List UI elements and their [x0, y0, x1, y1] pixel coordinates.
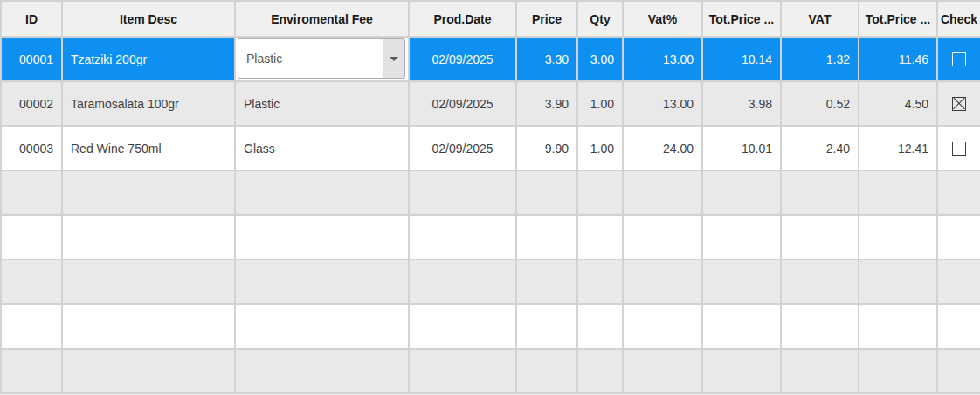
- cell-prod_date[interactable]: 02/09/2025: [410, 82, 517, 127]
- cell-vat_pct[interactable]: [624, 350, 703, 394]
- cell-qty[interactable]: [578, 305, 624, 350]
- cell-tot_price_excl[interactable]: [703, 305, 782, 350]
- cell-qty[interactable]: [578, 171, 624, 216]
- column-header-tot_price_incl[interactable]: Tot.Price ...: [859, 2, 938, 38]
- column-header-qty[interactable]: Qty: [578, 2, 624, 38]
- cell-tot_price_incl[interactable]: [859, 350, 938, 394]
- cell-env_fee[interactable]: Plastic: [236, 82, 410, 127]
- cell-vat_pct[interactable]: [624, 171, 703, 216]
- checkbox-unchecked-icon[interactable]: [952, 142, 966, 156]
- column-header-vat_pct[interactable]: Vat%: [624, 2, 703, 38]
- cell-price[interactable]: 3.30: [517, 38, 578, 82]
- env-fee-combobox[interactable]: Plastic: [238, 38, 405, 79]
- column-header-prod_date[interactable]: Prod.Date: [410, 2, 517, 38]
- cell-price[interactable]: [517, 350, 578, 394]
- cell-env_fee[interactable]: Plastic: [236, 38, 410, 82]
- cell-vat[interactable]: [782, 260, 859, 305]
- cell-vat[interactable]: 1.32: [782, 38, 859, 82]
- cell-prod_date[interactable]: [410, 260, 517, 305]
- column-header-tot_price_excl[interactable]: Tot.Price ...: [703, 2, 782, 38]
- cell-tot_price_excl[interactable]: 3.98: [703, 82, 782, 127]
- cell-tot_price_incl[interactable]: [859, 305, 938, 350]
- cell-item_desc[interactable]: Tzatziki 200gr: [63, 38, 236, 82]
- column-header-check[interactable]: Check: [938, 2, 980, 38]
- cell-tot_price_excl[interactable]: [703, 216, 782, 260]
- cell-env_fee[interactable]: [236, 350, 410, 394]
- cell-item_desc[interactable]: [63, 305, 236, 350]
- cell-vat[interactable]: [782, 216, 859, 260]
- cell-item_desc[interactable]: Red Wine 750ml: [63, 127, 236, 171]
- cell-check[interactable]: [938, 127, 980, 171]
- cell-tot_price_incl[interactable]: 4.50: [859, 82, 938, 127]
- column-header-env_fee[interactable]: Enviromental Fee: [236, 2, 410, 38]
- cell-tot_price_incl[interactable]: 11.46: [859, 38, 938, 82]
- cell-tot_price_excl[interactable]: 10.14: [703, 38, 782, 82]
- column-header-id[interactable]: ID: [2, 2, 63, 38]
- cell-vat[interactable]: 0.52: [782, 82, 859, 127]
- cell-item_desc[interactable]: [63, 260, 236, 305]
- cell-tot_price_incl[interactable]: [859, 260, 938, 305]
- checkbox-checked-icon[interactable]: [952, 97, 966, 111]
- cell-env_fee[interactable]: Glass: [236, 127, 410, 171]
- cell-prod_date[interactable]: 02/09/2025: [410, 38, 517, 82]
- cell-price[interactable]: 9.90: [517, 127, 578, 171]
- cell-vat_pct[interactable]: 13.00: [624, 82, 703, 127]
- cell-id[interactable]: [2, 171, 63, 216]
- cell-id[interactable]: 00003: [2, 127, 63, 171]
- cell-check[interactable]: [938, 260, 980, 305]
- cell-vat[interactable]: 2.40: [782, 127, 859, 171]
- cell-vat_pct[interactable]: [624, 216, 703, 260]
- column-header-price[interactable]: Price: [517, 2, 578, 38]
- cell-check[interactable]: [938, 171, 980, 216]
- cell-price[interactable]: [517, 171, 578, 216]
- env-fee-dropdown-button[interactable]: [383, 39, 404, 78]
- cell-vat_pct[interactable]: 24.00: [624, 127, 703, 171]
- cell-env_fee[interactable]: [236, 216, 410, 260]
- cell-vat[interactable]: [782, 171, 859, 216]
- cell-tot_price_incl[interactable]: [859, 171, 938, 216]
- cell-env_fee[interactable]: [236, 171, 410, 216]
- cell-check[interactable]: [938, 38, 980, 82]
- cell-env_fee[interactable]: [236, 305, 410, 350]
- cell-prod_date[interactable]: 02/09/2025: [410, 127, 517, 171]
- cell-tot_price_excl[interactable]: [703, 171, 782, 216]
- cell-check[interactable]: [938, 82, 980, 127]
- cell-price[interactable]: [517, 260, 578, 305]
- cell-env_fee[interactable]: [236, 260, 410, 305]
- column-header-item_desc[interactable]: Item Desc: [63, 2, 236, 38]
- cell-qty[interactable]: [578, 216, 624, 260]
- column-header-vat[interactable]: VAT: [782, 2, 859, 38]
- cell-prod_date[interactable]: [410, 305, 517, 350]
- cell-vat_pct[interactable]: [624, 260, 703, 305]
- cell-prod_date[interactable]: [410, 216, 517, 260]
- cell-id[interactable]: [2, 305, 63, 350]
- cell-item_desc[interactable]: [63, 171, 236, 216]
- cell-id[interactable]: [2, 260, 63, 305]
- cell-qty[interactable]: [578, 350, 624, 394]
- cell-id[interactable]: 00002: [2, 82, 63, 127]
- cell-prod_date[interactable]: [410, 350, 517, 394]
- cell-item_desc[interactable]: [63, 216, 236, 260]
- cell-tot_price_excl[interactable]: [703, 260, 782, 305]
- cell-id[interactable]: [2, 216, 63, 260]
- cell-item_desc[interactable]: [63, 350, 236, 394]
- cell-check[interactable]: [938, 350, 980, 394]
- cell-id[interactable]: [2, 350, 63, 394]
- cell-check[interactable]: [938, 216, 980, 260]
- cell-tot_price_incl[interactable]: [859, 216, 938, 260]
- cell-vat_pct[interactable]: [624, 305, 703, 350]
- cell-vat_pct[interactable]: 13.00: [624, 38, 703, 82]
- cell-prod_date[interactable]: [410, 171, 517, 216]
- cell-price[interactable]: 3.90: [517, 82, 578, 127]
- cell-qty[interactable]: [578, 260, 624, 305]
- cell-check[interactable]: [938, 305, 980, 350]
- cell-qty[interactable]: 3.00: [578, 38, 624, 82]
- cell-tot_price_excl[interactable]: 10.01: [703, 127, 782, 171]
- cell-price[interactable]: [517, 216, 578, 260]
- cell-tot_price_incl[interactable]: 12.41: [859, 127, 938, 171]
- cell-vat[interactable]: [782, 305, 859, 350]
- cell-qty[interactable]: 1.00: [578, 127, 624, 171]
- cell-id[interactable]: 00001: [2, 38, 63, 82]
- cell-qty[interactable]: 1.00: [578, 82, 624, 127]
- cell-vat[interactable]: [782, 350, 859, 394]
